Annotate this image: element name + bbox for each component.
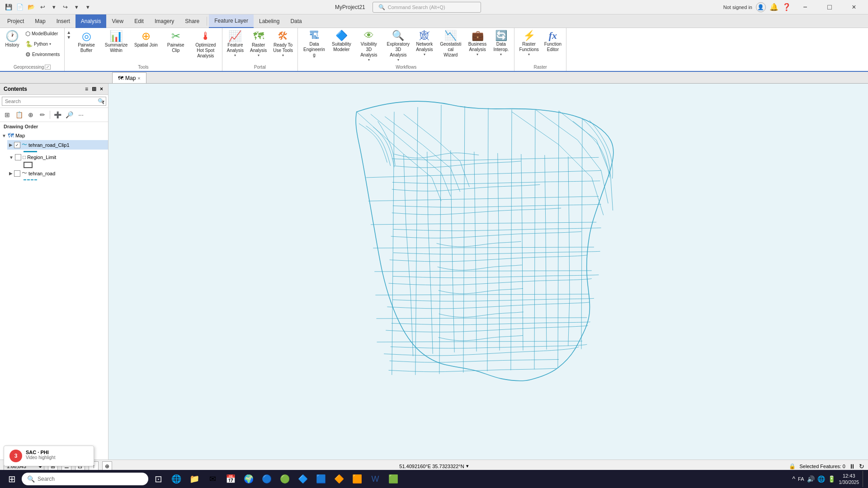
- notifications-icon[interactable]: 🔔: [769, 3, 778, 11]
- suitability-modeler-button[interactable]: 🔷 SuitabilityModeler: [329, 29, 354, 54]
- taskbar-clock[interactable]: 12:43 1/30/2025: [839, 473, 859, 485]
- maximize-button[interactable]: □: [819, 0, 840, 14]
- add-item-button[interactable]: ⊕: [25, 109, 36, 120]
- app1-icon[interactable]: 🔵: [259, 471, 275, 487]
- menu-project[interactable]: Project: [2, 14, 29, 28]
- clip1-collapse-arrow[interactable]: ▶: [9, 142, 13, 147]
- help-icon[interactable]: ❓: [782, 3, 791, 11]
- redo-button[interactable]: ↪: [60, 2, 70, 12]
- sidebar-list-view-icon[interactable]: ≡: [84, 85, 90, 93]
- app7-icon[interactable]: 🟩: [385, 471, 401, 487]
- geoprocessing-expand-icon[interactable]: ⤢: [45, 65, 51, 70]
- mail-icon[interactable]: ✉: [204, 471, 221, 487]
- layer-tehran-road-clip1[interactable]: ▶ 〜 tehran_road_Clip1: [7, 140, 108, 150]
- open-button[interactable]: 📂: [26, 2, 36, 12]
- layer-region-limit[interactable]: ▼ □ Region_Limit: [7, 153, 108, 161]
- standalone-table-button[interactable]: 📋: [14, 109, 24, 120]
- scroll-dn-button[interactable]: ▼: [66, 35, 71, 40]
- command-search[interactable]: 🔍 Command Search (Alt+Q): [373, 2, 481, 13]
- redo-dropdown[interactable]: ▾: [71, 2, 81, 12]
- arcgis-icon[interactable]: 🌍: [241, 471, 257, 487]
- speaker-icon[interactable]: 🔊: [807, 475, 815, 483]
- map-canvas[interactable]: [108, 84, 868, 460]
- edit-button[interactable]: ✏: [37, 109, 48, 120]
- menu-edit[interactable]: Edit: [129, 14, 149, 28]
- pairwise-clip-button[interactable]: ✂ Pairwise Clip: [161, 29, 190, 55]
- menu-share[interactable]: Share: [179, 14, 205, 28]
- undo-dropdown[interactable]: ▾: [49, 2, 59, 12]
- menu-view[interactable]: View: [106, 14, 129, 28]
- undo-button[interactable]: ↩: [38, 2, 47, 12]
- more-options-button[interactable]: ···: [75, 109, 86, 120]
- search-layers-button[interactable]: 🔎: [64, 109, 75, 120]
- taskbar-search[interactable]: 🔍 Search: [22, 473, 148, 485]
- data-interop-button[interactable]: 🔄 DataInterop. ▾: [490, 29, 512, 58]
- business-analysis-button[interactable]: 💼 BusinessAnalysis ▾: [466, 29, 490, 58]
- region-visibility-toggle[interactable]: [15, 154, 21, 160]
- layer-map[interactable]: ▼ 🗺 Map: [0, 131, 108, 140]
- app4-icon[interactable]: 🟦: [313, 471, 329, 487]
- optimized-hot-spot-button[interactable]: 🌡 Optimized Hot Spot Analysis: [191, 29, 220, 61]
- calendar-icon[interactable]: 📅: [222, 471, 239, 487]
- feature-analysis-button[interactable]: 📈 FeatureAnalysis ▾: [224, 29, 246, 59]
- close-button[interactable]: ×: [844, 0, 864, 14]
- raster-analysis-button[interactable]: 🗺 RasterAnalysis ▾: [247, 29, 269, 59]
- tehran-road-visibility-toggle[interactable]: [14, 170, 20, 177]
- history-button[interactable]: 🕐 History: [2, 29, 23, 50]
- summarize-within-button[interactable]: 📊 Summarize Within: [102, 29, 131, 55]
- exploratory-3d-button[interactable]: 🔍 Exploratory3D Analysis ▾: [384, 29, 413, 64]
- edge-browser-icon[interactable]: 🌐: [168, 471, 184, 487]
- user-avatar[interactable]: 👤: [756, 2, 766, 12]
- app5-icon[interactable]: 🔶: [331, 471, 347, 487]
- map-tab[interactable]: 🗺 Map ×: [112, 72, 146, 83]
- save-button[interactable]: 💾: [4, 2, 14, 12]
- menu-analysis[interactable]: Analysis: [75, 14, 107, 28]
- raster-functions-button[interactable]: ⚡ RasterFunctions ▾: [516, 29, 541, 58]
- modelbuilder-button[interactable]: ⬡ ModelBuilder: [23, 29, 62, 38]
- sidebar-close-icon[interactable]: ×: [99, 85, 104, 93]
- language-icon[interactable]: FA: [798, 476, 804, 482]
- add-layer-button[interactable]: ➕: [52, 109, 63, 120]
- task-view-button[interactable]: ⊡: [150, 471, 166, 487]
- app3-icon[interactable]: 🔷: [295, 471, 311, 487]
- coordinates-dropdown[interactable]: ▾: [466, 463, 469, 469]
- menu-map[interactable]: Map: [29, 14, 51, 28]
- app2-icon[interactable]: 🟢: [277, 471, 293, 487]
- network-analysis-button[interactable]: 🕸 NetworkAnalysis ▾: [413, 29, 436, 58]
- explorer-icon[interactable]: 📁: [186, 471, 203, 487]
- menu-insert[interactable]: Insert: [51, 14, 75, 28]
- environments-button[interactable]: ⚙ Environments: [23, 50, 62, 59]
- tehran-road-collapse-arrow[interactable]: ▶: [9, 171, 13, 176]
- clip1-visibility-toggle[interactable]: [14, 142, 20, 148]
- menu-imagery[interactable]: Imagery: [149, 14, 179, 28]
- map-tab-close[interactable]: ×: [137, 75, 140, 81]
- menu-feature-layer[interactable]: Feature Layer: [209, 14, 254, 28]
- new-button[interactable]: 📄: [15, 2, 25, 12]
- word-icon[interactable]: W: [367, 471, 383, 487]
- minimize-button[interactable]: −: [795, 0, 816, 14]
- battery-icon[interactable]: 🔋: [828, 475, 835, 483]
- show-desktop-button[interactable]: [863, 471, 864, 487]
- pairwise-buffer-button[interactable]: ◎ Pairwise Buffer: [72, 29, 101, 55]
- menu-data[interactable]: Data: [285, 14, 307, 28]
- python-button[interactable]: 🐍 Python ▾: [23, 39, 62, 49]
- customize-button[interactable]: ▾: [83, 2, 93, 12]
- ready-to-use-button[interactable]: 🛠 Ready ToUse Tools ▾: [270, 29, 296, 59]
- group-layer-button[interactable]: ⊞: [2, 109, 13, 120]
- scroll-up-button[interactable]: ▲: [66, 30, 71, 35]
- map-collapse-arrow[interactable]: ▼: [2, 133, 6, 138]
- sidebar-options-icon[interactable]: ⊞: [90, 85, 98, 93]
- menu-labeling[interactable]: Labeling: [254, 14, 285, 28]
- start-button[interactable]: ⊞: [4, 471, 20, 487]
- spatial-join-button[interactable]: ⊕ Spatial Join: [132, 29, 160, 50]
- refresh-button[interactable]: ↻: [859, 463, 864, 470]
- sidebar-search-input[interactable]: [2, 97, 106, 106]
- function-editor-button[interactable]: fx FunctionEditor: [542, 29, 564, 54]
- pause-button[interactable]: ⏸: [849, 463, 855, 470]
- visibility-3d-button[interactable]: 👁 Visibility3D Analysis ▾: [354, 29, 383, 64]
- show-hidden-icons[interactable]: ^: [792, 475, 795, 483]
- layer-tehran-road[interactable]: ▶ 〜 tehran_road: [7, 169, 108, 178]
- region-collapse-arrow[interactable]: ▼: [9, 155, 14, 160]
- app6-icon[interactable]: 🟧: [349, 471, 365, 487]
- sidebar-search-dropdown[interactable]: ▾: [102, 99, 104, 104]
